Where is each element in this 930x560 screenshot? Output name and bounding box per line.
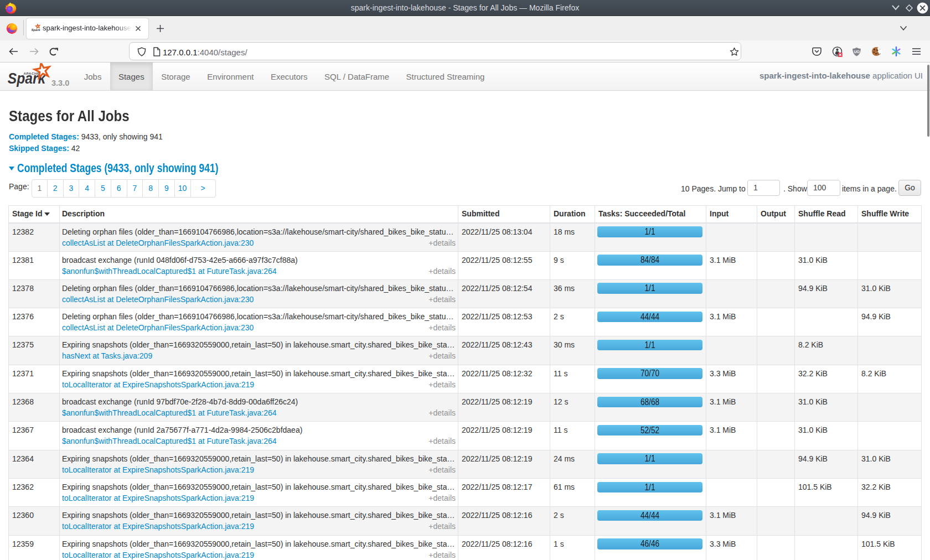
svg-text:Spark: Spark [31,28,40,32]
svg-text:UO: UO [854,50,860,54]
